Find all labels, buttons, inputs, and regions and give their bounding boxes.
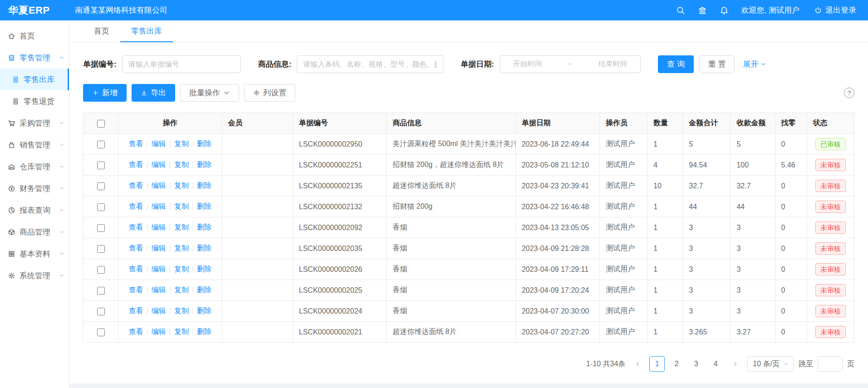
total-cell: 3.265 [683, 322, 731, 343]
edit-link[interactable]: 编辑 [152, 286, 166, 294]
copy-link[interactable]: 复制 [174, 307, 189, 314]
view-link[interactable]: 查看 [129, 244, 143, 252]
edit-link[interactable]: 编辑 [152, 182, 166, 189]
sidebar-item-purchase-management[interactable]: 采购管理 [0, 112, 69, 134]
row-checkbox[interactable] [97, 245, 105, 253]
edit-link[interactable]: 编辑 [152, 328, 166, 335]
edit-link[interactable]: 编辑 [152, 202, 166, 210]
qty-cell: 1 [647, 301, 683, 322]
doc-no-input[interactable] [122, 55, 241, 73]
page-size-select[interactable]: 10 条/页 [747, 356, 794, 372]
status-badge: 未审核 [815, 242, 846, 255]
reset-button[interactable]: 重 置 [699, 55, 735, 73]
date-cell: 2023-04-23 20:39:41 [515, 176, 599, 196]
delete-link[interactable]: 删除 [197, 244, 211, 252]
sidebar-item-goods-management[interactable]: 商品管理 [0, 221, 69, 243]
delete-link[interactable]: 删除 [197, 286, 211, 294]
prev-page-button[interactable] [630, 356, 645, 372]
change-cell: 0 [775, 259, 807, 280]
chevron-down-icon [760, 61, 766, 67]
sidebar-item-retail-outbound[interactable]: 零售出库 [0, 69, 69, 90]
view-link[interactable]: 查看 [129, 161, 143, 168]
column-settings-button[interactable]: 列设置 [244, 84, 295, 102]
edit-link[interactable]: 编辑 [152, 161, 166, 168]
bank-icon[interactable] [698, 6, 707, 15]
row-checkbox[interactable] [97, 266, 105, 274]
sidebar-item-home[interactable]: 首页 [0, 25, 69, 47]
tab-retail-outbound[interactable]: 零售出库 [120, 20, 173, 42]
tab-home[interactable]: 首页 [83, 20, 120, 42]
row-checkbox[interactable] [97, 141, 105, 148]
edit-link[interactable]: 编辑 [152, 307, 166, 314]
welcome-text: 欢迎您, 测试用户 [741, 5, 799, 15]
sidebar-item-sales-management[interactable]: 销售管理 [0, 134, 69, 156]
batch-actions-button[interactable]: 批量操作 [180, 84, 239, 102]
row-checkbox[interactable] [97, 162, 105, 169]
delete-link[interactable]: 删除 [197, 202, 211, 210]
view-link[interactable]: 查看 [129, 182, 143, 189]
row-checkbox[interactable] [97, 308, 105, 315]
row-checkbox[interactable] [97, 329, 105, 336]
sidebar-item-finance-management[interactable]: 财务管理 [0, 177, 69, 199]
date-range-picker[interactable]: 开始时间 ~ 结束时间 [500, 55, 641, 73]
row-checkbox[interactable] [97, 287, 105, 295]
edit-link[interactable]: 编辑 [152, 223, 166, 231]
copy-link[interactable]: 复制 [174, 265, 189, 273]
sidebar-item-basic-data[interactable]: 基本资料 [0, 243, 69, 265]
received-cell: 32.7 [731, 176, 775, 196]
page-button-3[interactable]: 3 [688, 356, 704, 372]
view-link[interactable]: 查看 [129, 286, 143, 294]
date-cell: 2023-06-18 22:49:44 [515, 134, 599, 155]
bell-icon[interactable] [720, 6, 729, 15]
copy-link[interactable]: 复制 [174, 286, 189, 294]
sidebar-item-retail-management[interactable]: 零售管理 [0, 47, 69, 69]
view-link[interactable]: 查看 [129, 265, 143, 273]
delete-link[interactable]: 删除 [197, 223, 211, 231]
logout-button[interactable]: 退出登录 [814, 5, 856, 15]
view-link[interactable]: 查看 [129, 223, 143, 231]
add-button[interactable]: 新增 [83, 84, 127, 102]
view-link[interactable]: 查看 [129, 328, 143, 335]
help-icon[interactable]: ? [844, 88, 854, 98]
jump-page-input[interactable] [818, 356, 843, 372]
view-link[interactable]: 查看 [129, 202, 143, 210]
copy-link[interactable]: 复制 [174, 202, 189, 210]
search-button[interactable]: 查 询 [658, 55, 694, 73]
page-button-2[interactable]: 2 [669, 356, 684, 372]
view-link[interactable]: 查看 [129, 307, 143, 314]
delete-link[interactable]: 删除 [197, 328, 211, 335]
copy-link[interactable]: 复制 [174, 182, 189, 189]
edit-link[interactable]: 编辑 [152, 265, 166, 273]
copy-link[interactable]: 复制 [174, 244, 189, 252]
sidebar-item-system-management[interactable]: 系统管理 [0, 265, 69, 286]
page-button-1[interactable]: 1 [649, 356, 665, 372]
product-info-input[interactable] [297, 55, 443, 73]
copy-link[interactable]: 复制 [174, 161, 189, 168]
delete-link[interactable]: 删除 [197, 182, 211, 189]
copy-link[interactable]: 复制 [174, 140, 189, 147]
delete-link[interactable]: 删除 [197, 307, 211, 314]
expand-link[interactable]: 展开 [743, 59, 766, 69]
search-icon[interactable] [676, 6, 685, 15]
select-all-checkbox[interactable] [97, 120, 105, 128]
delete-link[interactable]: 删除 [197, 140, 211, 147]
row-checkbox[interactable] [97, 203, 105, 211]
copy-link[interactable]: 复制 [174, 328, 189, 335]
total-cell: 3 [683, 280, 731, 301]
sidebar-item-warehouse-management[interactable]: 仓库管理 [0, 156, 69, 177]
export-button[interactable]: 导出 [132, 84, 175, 102]
edit-link[interactable]: 编辑 [152, 244, 166, 252]
delete-link[interactable]: 删除 [197, 161, 211, 168]
next-page-button[interactable] [727, 356, 743, 372]
sidebar-item-report-query[interactable]: 报表查询 [0, 199, 69, 221]
copy-link[interactable]: 复制 [174, 223, 189, 231]
sidebar-item-retail-return[interactable]: 零售退货 [0, 90, 69, 112]
delete-link[interactable]: 删除 [197, 265, 211, 273]
edit-link[interactable]: 编辑 [152, 140, 166, 147]
row-checkbox[interactable] [97, 224, 105, 232]
row-checkbox[interactable] [97, 182, 105, 190]
records-table: 操作会员单据编号商品信息单据日期操作员数量金额合计收款金额找零状态 查看|编辑|… [83, 113, 854, 343]
view-link[interactable]: 查看 [129, 140, 143, 147]
page-button-4[interactable]: 4 [708, 356, 723, 372]
received-cell: 3 [731, 217, 775, 238]
